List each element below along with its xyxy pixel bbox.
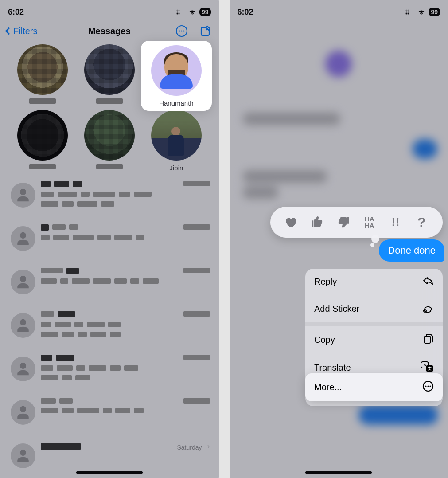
svg-point-15 (406, 9, 407, 11)
conversation-row[interactable] (0, 307, 219, 350)
nav-bar: Filters Messages (0, 20, 219, 43)
contact-silhouette-icon (11, 443, 35, 468)
status-bar: 6:02 99 (0, 0, 219, 20)
menu-reply[interactable]: Reply (305, 269, 443, 295)
menu-label: Reply (314, 277, 337, 287)
pinned-name-redacted (29, 164, 56, 169)
home-indicator[interactable] (76, 471, 143, 474)
svg-point-16 (408, 9, 409, 11)
svg-point-13 (406, 11, 407, 12)
pinned-contact[interactable] (9, 110, 76, 172)
pinned-contact[interactable] (76, 110, 143, 172)
menu-add-sticker[interactable]: Add Sticker (305, 295, 443, 322)
svg-rect-19 (425, 336, 430, 343)
status-time: 6:02 (238, 8, 253, 17)
svg-point-1 (178, 13, 179, 14)
avatar (17, 110, 68, 161)
svg-point-4 (176, 9, 178, 11)
tapback-exclaim[interactable]: !! (387, 213, 405, 231)
tapback-heart[interactable] (282, 213, 300, 231)
conversation-row[interactable] (0, 220, 219, 263)
avatar-memoji (151, 45, 202, 96)
svg-point-5 (178, 9, 179, 11)
tapback-haha[interactable]: HA HA (361, 213, 378, 231)
conversation-row[interactable] (0, 176, 219, 220)
back-button[interactable]: Filters (6, 26, 37, 36)
conversation-row[interactable] (0, 263, 219, 307)
svg-line-18 (424, 310, 426, 312)
battery-badge: 99 (199, 8, 211, 16)
svg-point-9 (183, 30, 184, 31)
sticker-icon (422, 302, 434, 315)
pinned-name-redacted (96, 164, 123, 169)
svg-text:文: 文 (427, 366, 432, 371)
avatar (84, 110, 135, 161)
phone-messages-list: 6:02 99 Filters Messages (0, 0, 219, 478)
compose-button[interactable] (199, 24, 213, 38)
pinned-name: Hanumanth (159, 99, 194, 107)
svg-point-8 (181, 30, 182, 31)
home-indicator[interactable] (305, 471, 372, 474)
more-circle-icon (422, 380, 434, 394)
svg-point-14 (408, 11, 409, 12)
status-time: 6:02 (8, 8, 24, 17)
contact-silhouette-icon (11, 183, 35, 208)
tapback-tail (371, 235, 379, 243)
phone-message-context-menu: 6:02 99 HA HA !! ? (230, 0, 448, 478)
pinned-contact[interactable] (9, 44, 76, 107)
pinned-contact-highlighted[interactable]: Hanumanth (141, 41, 211, 111)
selected-message-bubble[interactable]: Done done (379, 239, 444, 262)
status-bar: 6:02 99 (230, 0, 448, 20)
svg-point-3 (178, 11, 179, 12)
svg-text:A: A (423, 363, 426, 367)
translate-icon: A文 (421, 361, 434, 374)
svg-point-7 (179, 30, 180, 31)
conversation-row[interactable] (0, 350, 219, 394)
copy-icon (423, 333, 434, 347)
pinned-contact[interactable]: Jibin (143, 110, 210, 172)
menu-label: More... (314, 382, 342, 392)
wifi-icon (188, 9, 197, 15)
conversation-row[interactable]: Saturday › (0, 437, 219, 472)
contact-silhouette-icon (11, 357, 35, 381)
tapback-thumbs-down[interactable] (335, 213, 352, 231)
conversation-row[interactable] (0, 394, 219, 437)
avatar (84, 44, 135, 95)
pinned-name-redacted (96, 98, 123, 104)
status-right: 99 (405, 8, 440, 16)
conversation-time: Saturday (177, 444, 202, 451)
conversation-list: Saturday › (0, 176, 219, 472)
cellular-icon (176, 9, 185, 15)
contact-silhouette-icon (11, 313, 35, 338)
more-options-button[interactable] (175, 24, 189, 38)
menu-more-highlighted[interactable]: More... (305, 373, 443, 401)
back-label: Filters (13, 26, 37, 36)
tapback-thumbs-up[interactable] (308, 213, 326, 231)
menu-copy[interactable]: Copy (305, 326, 443, 354)
menu-label: Translate (314, 363, 351, 373)
menu-label: Copy (314, 335, 335, 345)
pinned-name-redacted (29, 98, 56, 104)
battery-badge: 99 (429, 8, 440, 16)
tapback-question[interactable]: ? (413, 213, 430, 231)
contact-silhouette-icon (11, 400, 35, 425)
tapback-tail (370, 243, 374, 247)
svg-point-11 (406, 13, 407, 14)
wifi-icon (417, 9, 426, 15)
svg-point-0 (176, 13, 178, 14)
chevron-left-icon (5, 27, 13, 35)
tapback-picker: HA HA !! ? (270, 207, 443, 238)
svg-point-12 (408, 13, 409, 14)
pinned-contact[interactable] (76, 44, 143, 107)
contact-silhouette-icon (11, 226, 35, 251)
contact-silhouette-icon (11, 270, 35, 294)
menu-label: Add Sticker (314, 304, 359, 314)
svg-point-27 (429, 385, 431, 387)
svg-point-25 (425, 385, 426, 387)
chevron-right-icon: › (207, 442, 210, 451)
cellular-icon (405, 9, 414, 15)
svg-point-2 (176, 11, 178, 12)
svg-point-26 (427, 385, 429, 387)
pinned-contacts: Hanumanth Jibin (0, 43, 219, 176)
status-right: 99 (176, 8, 211, 16)
